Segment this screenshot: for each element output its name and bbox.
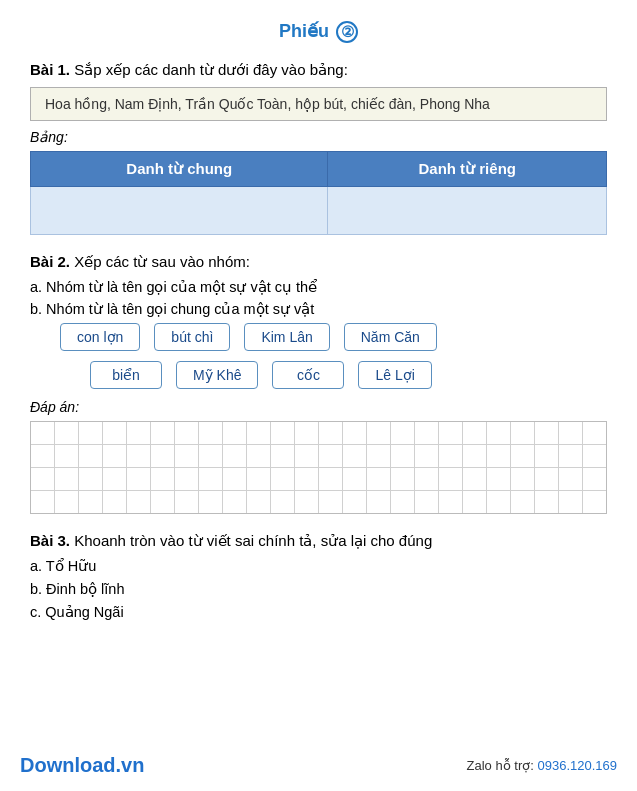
- bai2-group-a: a. Nhóm từ là tên gọi của một sự vật cụ …: [30, 279, 607, 295]
- word-btn-but-chi[interactable]: bút chì: [154, 323, 230, 351]
- grid-answer-box[interactable]: [30, 421, 607, 514]
- dap-an-label: Đáp án:: [30, 399, 607, 415]
- word-btn-kim-lan[interactable]: Kim Lân: [244, 323, 329, 351]
- danh-tu-table: Danh từ chung Danh từ riêng: [30, 151, 607, 235]
- word-buttons-row1: con lợn bút chì Kim Lân Năm Căn: [30, 323, 607, 351]
- word-btn-bien[interactable]: biển: [90, 361, 162, 389]
- col1-header: Danh từ chung: [31, 152, 328, 187]
- grid-row-1: [31, 422, 606, 445]
- grid-row-4: [31, 491, 606, 513]
- bai3-text: Khoanh tròn vào từ viết sai chính tả, sử…: [74, 532, 432, 549]
- title-prefix: Phiếu: [279, 21, 329, 41]
- bai2-text: Xếp các từ sau vào nhóm:: [74, 253, 250, 270]
- bai1-bang-label: Bảng:: [30, 129, 607, 145]
- col2-cell[interactable]: [328, 187, 607, 235]
- bai3-section: Bài 3. Khoanh tròn vào từ viết sai chính…: [30, 532, 607, 620]
- bai2-label: Bài 2. Xếp các từ sau vào nhóm:: [30, 253, 607, 271]
- col1-cell[interactable]: [31, 187, 328, 235]
- bai3-label: Bài 3. Khoanh tròn vào từ viết sai chính…: [30, 532, 607, 550]
- word-buttons-row2: biển Mỹ Khê cốc Lê Lợi: [30, 361, 607, 389]
- word-btn-nam-can[interactable]: Năm Căn: [344, 323, 437, 351]
- footer-zalo: Zalo hỗ trợ: 0936.120.169: [467, 758, 617, 773]
- grid-row-3: [31, 468, 606, 491]
- bai1-wordbox: Hoa hồng, Nam Định, Trần Quốc Toàn, hộp …: [30, 87, 607, 121]
- bai3-item-a: a. Tổ Hữu: [30, 558, 607, 574]
- word-btn-coc[interactable]: cốc: [272, 361, 344, 389]
- footer-logo: Download.vn: [20, 754, 144, 777]
- word-btn-my-khe[interactable]: Mỹ Khê: [176, 361, 258, 389]
- bai1-section: Bài 1. Sắp xếp các danh từ dưới đây vào …: [30, 61, 607, 235]
- col2-header: Danh từ riêng: [328, 152, 607, 187]
- title-number: ②: [336, 21, 358, 43]
- footer: Download.vn Zalo hỗ trợ: 0936.120.169: [0, 754, 637, 777]
- word-btn-le-loi[interactable]: Lê Lợi: [358, 361, 431, 389]
- bai3-item-b: b. Đinh bộ lĩnh: [30, 581, 607, 597]
- footer-zalo-number[interactable]: 0936.120.169: [537, 758, 617, 773]
- bai1-label: Bài 1. Sắp xếp các danh từ dưới đây vào …: [30, 61, 607, 79]
- bai3-item-c: c. Quảng Ngãi: [30, 604, 607, 620]
- grid-row-2: [31, 445, 606, 468]
- bai1-text: Sắp xếp các danh từ dưới đây vào bảng:: [74, 61, 348, 78]
- word-btn-con-lon[interactable]: con lợn: [60, 323, 140, 351]
- bai2-section: Bài 2. Xếp các từ sau vào nhóm: a. Nhóm …: [30, 253, 607, 514]
- page-title: Phiếu ②: [30, 20, 607, 43]
- bai2-group-b: b. Nhóm từ là tên gọi chung của một sự v…: [30, 301, 607, 317]
